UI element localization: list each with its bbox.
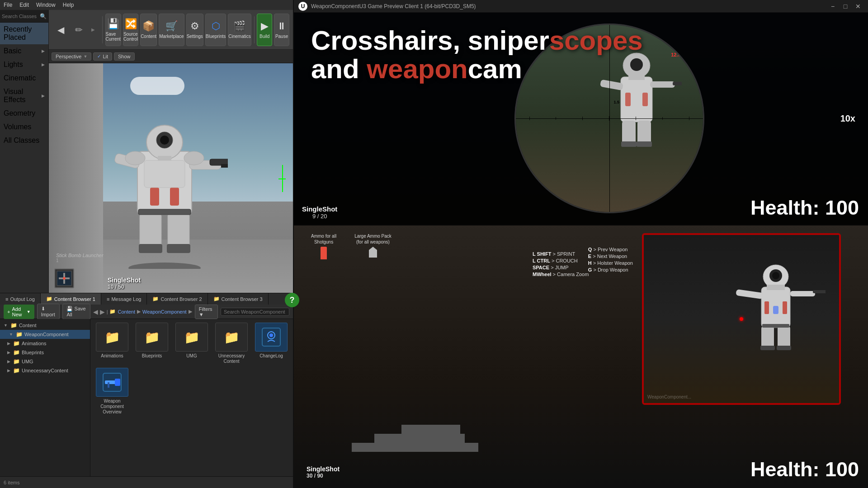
minimize-button[interactable]: −	[828, 3, 837, 10]
content-icon: 📦	[142, 20, 155, 32]
toolbar-save-current[interactable]: 💾 Save Current	[105, 14, 121, 46]
lit-btn[interactable]: ✓ Lit	[93, 52, 112, 61]
toolbar-source-control[interactable]: 🔀 Source Control	[123, 14, 138, 46]
range-mark: 1.5	[614, 100, 620, 104]
maximize-button[interactable]: □	[841, 3, 850, 10]
bottom-game-panel: WeaponComponent... Ammo for allShotguns …	[293, 224, 868, 488]
ammo-pickup-shotgun: Ammo for allShotguns	[311, 233, 336, 259]
toolbar-build[interactable]: ▶ Build	[257, 14, 272, 46]
tab-content-browser-2[interactable]: 📁 Content Browser 2	[147, 293, 208, 305]
main-viewport[interactable]: Stick Bomb Launcher 1 SingleShot 10 / 50	[49, 63, 293, 294]
cb-folder-unnecessary[interactable]: 📁 Unnecessary Content	[213, 323, 250, 364]
add-new-button[interactable]: + Add New ▼	[4, 305, 34, 319]
cb-file-changelog[interactable]: ChangeLog	[253, 323, 289, 364]
cb-nav: ◀ ▶ | 📁 Content ▶ WeaponComponent ▶	[93, 308, 192, 315]
placement-lights[interactable]: Lights ▶	[0, 58, 48, 71]
toolbar-settings[interactable]: ⚙ Settings	[186, 14, 203, 46]
env-stairs	[352, 425, 478, 452]
filters-button[interactable]: Filters ▼	[195, 305, 218, 319]
search-icon[interactable]: 🔍	[40, 13, 47, 19]
kb-sprint: L SHIFT > SPRINT	[533, 251, 589, 257]
cb-folder-blueprints[interactable]: 📁 Blueprints	[134, 323, 170, 364]
svg-rect-36	[650, 81, 675, 88]
menu-item-window[interactable]: Window	[36, 2, 56, 8]
folder-icon-blueprints: 📁	[144, 330, 160, 345]
tab-content-browser-3[interactable]: 📁 Content Browser 3	[208, 293, 269, 305]
save-all-button[interactable]: 💾 Save All	[62, 304, 90, 319]
nav-content[interactable]: Content	[118, 309, 135, 314]
cb-file-weapon-component-overview[interactable]: Weapon Component Overview	[94, 368, 130, 415]
placement-visual-effects[interactable]: Visual Effects ▶	[0, 85, 48, 107]
minimap[interactable]	[54, 268, 74, 288]
tab-message-log[interactable]: ≡ Message Log	[101, 293, 147, 305]
placement-volumes[interactable]: Volumes	[0, 120, 48, 134]
game-title-left: U WeaponComponentU3 Game Preview Client …	[298, 2, 476, 11]
toolbar-content[interactable]: 📦 Content	[140, 14, 157, 46]
tree-folder-uc-icon: 📁	[13, 367, 20, 374]
content-browser-1-label: Content Browser 1	[54, 296, 95, 302]
toolbar-expand-btn[interactable]: ▶	[89, 14, 98, 46]
placement-recently-placed[interactable]: Recently Placed	[0, 23, 48, 44]
nav-weapon-component[interactable]: WeaponComponent	[142, 309, 187, 314]
toolbar-back-btn[interactable]: ◀	[52, 14, 69, 46]
tree-bp-label: Blueprints	[22, 350, 44, 355]
folder-icon-umg: 📁	[184, 330, 200, 345]
tree-item-umg[interactable]: ▶ 📁 UMG	[0, 357, 90, 366]
svg-rect-52	[761, 326, 774, 349]
toolbar-marketplace[interactable]: 🛒 Marketplace	[159, 14, 184, 46]
stairs-container	[352, 425, 478, 452]
placement-cinematic[interactable]: Cinematic	[0, 71, 48, 85]
tree-expand-bp: ▶	[7, 350, 10, 355]
placement-geometry[interactable]: Geometry	[0, 107, 48, 120]
placement-panel: ▣ Modes ▶ 🔍 Recently Placed Basic ▶ Ligh…	[0, 0, 49, 293]
distance-indicator: 12.65 m	[671, 52, 689, 57]
toolbar-blueprints[interactable]: ⬡ Blueprints	[205, 14, 226, 46]
tree-item-weapon-component[interactable]: ▼ 📁 WeaponComponent	[0, 330, 90, 339]
toolbar-pen-btn[interactable]: ✏	[71, 14, 87, 46]
placement-basic[interactable]: Basic ▶	[0, 44, 48, 58]
tab-content-browser-1[interactable]: 📁 Content Browser 1	[41, 293, 101, 305]
menu-item-file[interactable]: File	[4, 2, 12, 8]
help-button[interactable]: ?	[285, 293, 299, 307]
game-preview-title: WeaponComponentU3 Game Preview Client 1 …	[311, 3, 476, 9]
toolbar-cinematics[interactable]: 🎬 Cinematics	[228, 14, 251, 46]
tree-umg-label: UMG	[22, 359, 33, 364]
svg-rect-54	[760, 346, 775, 350]
perspective-btn[interactable]: Perspective ▼	[52, 52, 91, 61]
preview-title-line1: Crosshairs, sniperscopes	[311, 26, 643, 55]
menu-item-help[interactable]: Help	[63, 2, 74, 8]
import-icon: ⬇	[41, 306, 45, 311]
toolbar-pause[interactable]: ⏸ Pause	[274, 14, 289, 46]
import-button[interactable]: ⬇ Import	[37, 304, 60, 319]
svg-rect-50	[790, 291, 815, 296]
cb-folder-animations[interactable]: 📁 Animations	[94, 323, 130, 364]
tab-output-log[interactable]: ≡ Output Log	[0, 293, 41, 305]
placement-all-classes[interactable]: All Classes	[0, 134, 48, 147]
cb-search-input[interactable]	[221, 308, 289, 316]
svg-rect-14	[170, 188, 179, 206]
bottom-tabs: ≡ Output Log 📁 Content Browser 1 ≡ Messa…	[0, 293, 293, 305]
content-tree: ▼ 📁 Content ▼ 📁 WeaponComponent ▶ 📁 Anim…	[0, 319, 90, 476]
tree-item-unnecessary[interactable]: ▶ 📁 UnnecessaryContent	[0, 366, 90, 375]
tree-item-content[interactable]: ▼ 📁 Content	[0, 321, 90, 330]
nav-forward[interactable]: ▶	[100, 308, 105, 315]
kb-jump: SPACE > JUMP	[533, 265, 589, 270]
key-bindings-weapon: Q > Prev Weapon E > Next Weapon H > Hols…	[588, 247, 633, 272]
close-button[interactable]: ✕	[854, 3, 863, 10]
cb-thumb-wco	[96, 368, 128, 397]
pause-icon: ⏸	[277, 20, 287, 32]
search-classes-input[interactable]	[2, 14, 38, 19]
save-icon: 💾	[107, 18, 119, 30]
show-btn[interactable]: Show	[114, 52, 135, 61]
menu-item-edit[interactable]: Edit	[19, 2, 29, 8]
settings-label: Settings	[187, 34, 203, 39]
kb-camera-zoom: MWheel > Camera Zoom	[533, 272, 589, 277]
tree-item-blueprints[interactable]: ▶ 📁 Blueprints	[0, 348, 90, 357]
lit-check: ✓	[97, 54, 101, 59]
perspective-label: Perspective	[56, 54, 81, 59]
nav-back[interactable]: ◀	[93, 308, 98, 315]
cb-folder-umg[interactable]: 📁 UMG	[174, 323, 210, 364]
kb-holster: H > Holster Weapon	[588, 260, 633, 266]
tree-item-animations[interactable]: ▶ 📁 Animations	[0, 339, 90, 348]
cb-thumb-unnecessary: 📁	[215, 323, 248, 352]
